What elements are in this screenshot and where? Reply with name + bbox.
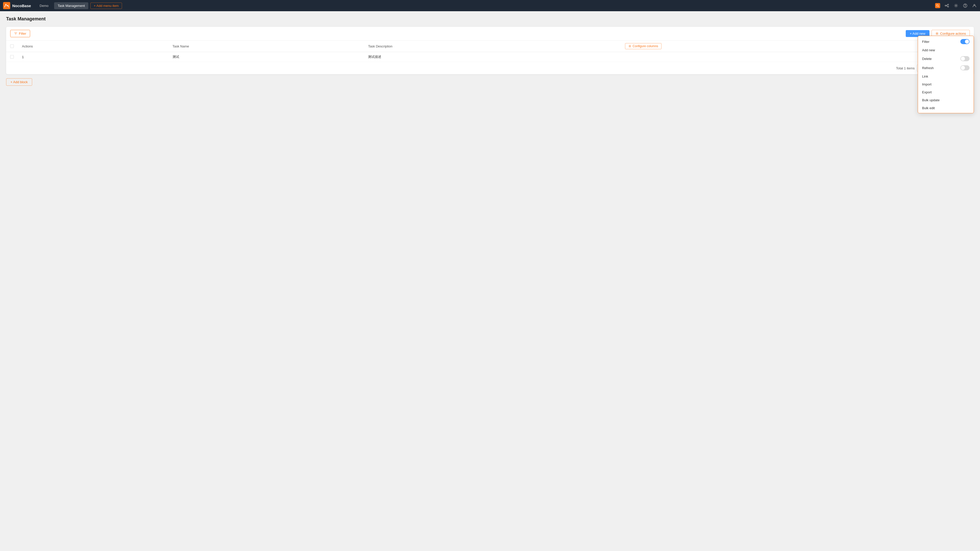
dropdown-bulk-edit-label: Bulk edit bbox=[922, 106, 935, 110]
nav-right-icons bbox=[935, 3, 977, 8]
gear-icon bbox=[935, 32, 939, 35]
table-header-row: Actions Task Name Task Description Confi… bbox=[6, 41, 974, 52]
connections-icon[interactable] bbox=[944, 3, 950, 8]
configure-actions-dropdown: Filter Add new Delete Refresh Link Impor… bbox=[918, 36, 974, 113]
svg-line-6 bbox=[946, 5, 948, 6]
dropdown-refresh-label: Refresh bbox=[922, 66, 934, 70]
dropdown-filter-label: Filter bbox=[922, 40, 929, 44]
nocobase-logo-icon bbox=[3, 2, 10, 9]
add-block-button[interactable]: + Add block bbox=[6, 78, 32, 86]
configure-columns-button[interactable]: Configure columns bbox=[625, 43, 662, 49]
row-index-cell: 1 bbox=[18, 52, 169, 62]
dropdown-bulk-update-label: Bulk update bbox=[922, 98, 940, 102]
dropdown-item-link[interactable]: Link bbox=[918, 73, 974, 80]
table-row: 1 测试 测试描述 bbox=[6, 52, 974, 62]
svg-line-7 bbox=[946, 6, 948, 6]
page-content: Task Management Filter + Add new Configu… bbox=[0, 11, 980, 551]
row-task-description-cell: 测试描述 bbox=[364, 52, 620, 62]
nav-task-management[interactable]: Task Management bbox=[54, 2, 88, 9]
dropdown-item-import[interactable]: Import bbox=[918, 80, 974, 88]
dropdown-link-label: Link bbox=[922, 75, 928, 78]
nav-add-menu-item[interactable]: + Add menu item bbox=[90, 3, 122, 9]
dropdown-item-add-new[interactable]: Add new bbox=[918, 46, 974, 54]
dropdown-delete-label: Delete bbox=[922, 57, 932, 61]
nav-demo[interactable]: Demo bbox=[36, 2, 52, 9]
logo: NocoBase bbox=[3, 2, 31, 9]
settings-icon[interactable] bbox=[953, 3, 959, 8]
svg-line-2 bbox=[938, 6, 939, 7]
settings-icon bbox=[628, 44, 632, 48]
user-avatar-icon[interactable] bbox=[972, 3, 977, 8]
data-table: Actions Task Name Task Description Confi… bbox=[6, 41, 974, 62]
dropdown-item-bulk-update[interactable]: Bulk update bbox=[918, 96, 974, 104]
dropdown-import-label: Import bbox=[922, 83, 932, 86]
header-actions: Actions bbox=[18, 41, 169, 52]
dropdown-item-filter[interactable]: Filter bbox=[918, 37, 974, 46]
delete-toggle[interactable] bbox=[960, 56, 969, 61]
row-checkbox[interactable] bbox=[10, 55, 14, 59]
dropdown-item-bulk-edit[interactable]: Bulk edit bbox=[918, 104, 974, 112]
table-toolbar: Filter + Add new Configure actions bbox=[6, 27, 974, 41]
dropdown-item-refresh[interactable]: Refresh bbox=[918, 63, 974, 73]
header-task-description: Task Description bbox=[364, 41, 620, 52]
pagination-bar: Total 1 items ‹ 1 › 20 / page 50 / page … bbox=[6, 62, 974, 74]
filter-icon bbox=[14, 32, 18, 35]
row-task-name-cell: 测试 bbox=[169, 52, 364, 62]
dropdown-export-label: Export bbox=[922, 90, 932, 94]
dropdown-item-export[interactable]: Export bbox=[918, 88, 974, 96]
help-icon[interactable] bbox=[963, 3, 968, 8]
svg-point-4 bbox=[948, 4, 948, 5]
top-navigation: NocoBase Demo Task Management + Add menu… bbox=[0, 0, 980, 11]
search-icon[interactable] bbox=[935, 3, 940, 8]
total-items-text: Total 1 items bbox=[896, 66, 915, 70]
svg-point-3 bbox=[945, 5, 946, 6]
svg-point-8 bbox=[956, 5, 957, 6]
header-checkbox-col bbox=[6, 41, 18, 52]
svg-point-13 bbox=[629, 46, 630, 47]
row-checkbox-cell bbox=[6, 52, 18, 62]
header-task-name: Task Name bbox=[169, 41, 364, 52]
page-title: Task Management bbox=[6, 16, 974, 22]
refresh-toggle[interactable] bbox=[960, 65, 969, 70]
svg-point-5 bbox=[948, 6, 948, 7]
logo-text: NocoBase bbox=[12, 3, 31, 8]
table-block: Filter + Add new Configure actions Actio… bbox=[6, 27, 974, 74]
select-all-checkbox[interactable] bbox=[10, 44, 14, 48]
filter-toggle[interactable] bbox=[960, 39, 969, 44]
filter-button[interactable]: Filter bbox=[10, 30, 30, 37]
dropdown-add-new-label: Add new bbox=[922, 48, 935, 52]
svg-point-12 bbox=[936, 33, 937, 34]
dropdown-item-delete[interactable]: Delete bbox=[918, 54, 974, 63]
